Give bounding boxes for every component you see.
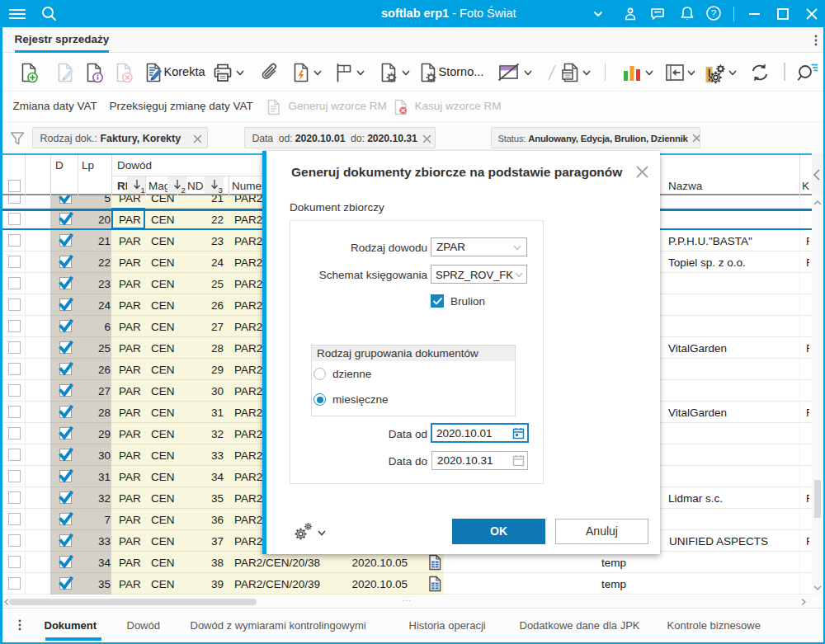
svg-text:?: ? [711, 8, 716, 18]
